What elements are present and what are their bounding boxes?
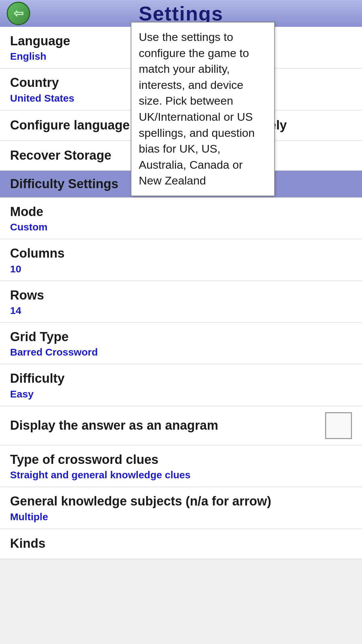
tooltip-overlay: Use the settings to configure the game t…	[131, 22, 275, 196]
rows-setting[interactable]: Rows 14	[0, 281, 362, 323]
clue-type-value: Straight and general knowledge clues	[10, 469, 352, 481]
difficulty-setting[interactable]: Difficulty Easy	[0, 364, 362, 406]
mode-label: Mode	[10, 204, 352, 220]
anagram-label: Display the answer as an anagram	[10, 417, 218, 434]
gk-subjects-setting[interactable]: General knowledge subjects (n/a for arro…	[0, 487, 362, 529]
rows-value: 14	[10, 305, 352, 316]
clue-type-setting[interactable]: Type of crossword clues Straight and gen…	[0, 445, 362, 487]
difficulty-value: Easy	[10, 388, 352, 400]
grid-type-setting[interactable]: Grid Type Barred Crossword	[0, 323, 362, 364]
anagram-setting[interactable]: Display the answer as an anagram	[0, 406, 362, 445]
clue-type-label: Type of crossword clues	[10, 451, 352, 468]
gk-subjects-label: General knowledge subjects (n/a for arro…	[10, 493, 352, 509]
difficulty-label: Difficulty	[10, 370, 352, 387]
anagram-checkbox[interactable]	[325, 412, 352, 439]
rows-label: Rows	[10, 287, 352, 304]
mode-value: Custom	[10, 221, 352, 233]
kinds-setting[interactable]: Kinds	[0, 529, 362, 559]
grid-type-label: Grid Type	[10, 329, 352, 345]
back-button[interactable]: ⇦	[7, 2, 30, 25]
grid-type-value: Barred Crossword	[10, 346, 352, 358]
columns-value: 10	[10, 263, 352, 275]
gk-subjects-value: Multiple	[10, 511, 352, 523]
kinds-label: Kinds	[10, 535, 352, 552]
mode-setting[interactable]: Mode Custom	[0, 198, 362, 239]
columns-setting[interactable]: Columns 10	[0, 239, 362, 281]
back-arrow-icon: ⇦	[13, 7, 23, 19]
columns-label: Columns	[10, 245, 352, 262]
difficulty-section-label: Difficulty Settings	[10, 177, 118, 191]
tooltip-text: Use the settings to configure the game t…	[139, 31, 255, 187]
